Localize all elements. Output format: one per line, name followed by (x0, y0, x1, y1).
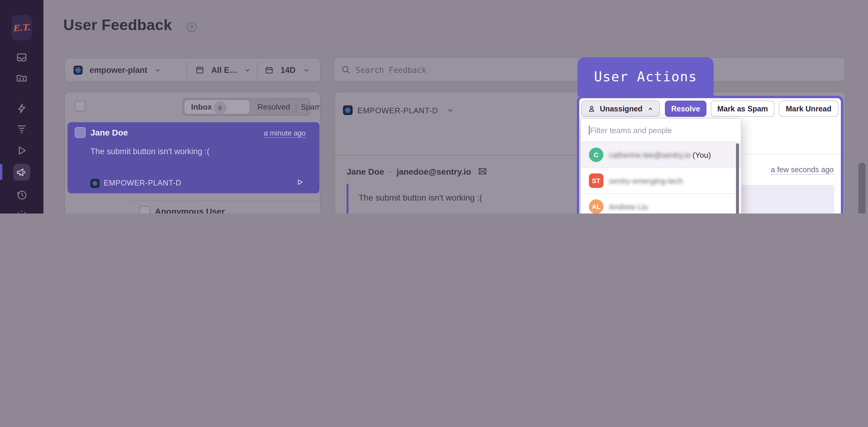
mark-unread-button[interactable]: Mark Unread (779, 101, 838, 117)
react-project-icon (73, 66, 83, 75)
tab-spam[interactable]: Spam (301, 102, 321, 111)
replays-play-icon[interactable] (13, 142, 30, 159)
quickstart-lightning-icon[interactable] (13, 100, 30, 117)
replay-play-icon[interactable] (296, 178, 304, 186)
tab-inbox-label: Inbox (191, 102, 212, 111)
active-nav-indicator (0, 164, 2, 180)
detail-timestamp: a few seconds ago (771, 166, 834, 175)
member-avatar: AL (589, 199, 603, 214)
date-filter-label: 14D (281, 66, 296, 75)
react-project-icon (343, 105, 352, 115)
tab-inbox[interactable]: Inbox 9 (184, 99, 250, 114)
issues-stack-icon[interactable] (13, 49, 30, 66)
search-icon (341, 65, 351, 75)
inbox-count-badge: 9 (213, 101, 227, 114)
tab-resolved[interactable]: Resolved (257, 102, 290, 111)
tour-label: User Actions (578, 57, 714, 96)
feedback-message: The submit button isn't working :( (90, 147, 303, 157)
calendar-icon (265, 66, 274, 75)
tour-label-text: User Actions (594, 69, 697, 84)
react-project-icon (90, 178, 99, 188)
chevron-down-icon (244, 67, 251, 74)
environment-filter-label: All E… (211, 66, 238, 75)
user-actions-popup: Unassigned Resolve Mark as Spam Mark Unr… (577, 96, 843, 214)
environment-icon (195, 66, 204, 75)
assignee-dropdown-button[interactable]: Unassigned (581, 101, 660, 117)
org-logo-text: E.T. (13, 22, 31, 33)
assignee-filter-placeholder: Filter teams and people (590, 126, 672, 135)
text-cursor (589, 126, 590, 135)
resolve-label: Resolve (671, 104, 700, 113)
quote-message: The submit button isn't working :( (359, 193, 482, 202)
mailbox-tabs: Inbox 9 Resolved | Spam (183, 98, 310, 116)
feedback-time: a minute ago (264, 129, 306, 138)
feedback-megaphone-icon[interactable] (13, 164, 30, 181)
select-all-checkbox[interactable] (75, 101, 86, 111)
item-checkbox[interactable] (75, 127, 86, 138)
member-name: catherine.lee@sentry.io (609, 150, 691, 159)
page-scrollbar[interactable] (858, 163, 866, 214)
assignee-filter-input[interactable]: Filter teams and people (581, 119, 741, 142)
org-logo[interactable]: E.T. (11, 15, 32, 40)
reporter-name: Jane Doe (347, 167, 384, 176)
filter-bar: empower-plant All E… 14D (64, 58, 321, 82)
filter-divider (187, 62, 187, 78)
member-option[interactable]: AL Andrew Liu (581, 194, 741, 214)
dropdown-scrollbar[interactable] (736, 143, 739, 214)
traces-funnel-icon[interactable] (13, 121, 30, 137)
assignee-label: Unassigned (600, 104, 643, 113)
person-icon (588, 105, 595, 112)
app-root: E.T. (0, 0, 868, 214)
assignee-dropdown: Filter teams and people C catherine.lee@… (581, 118, 741, 214)
mark-unread-label: Mark Unread (786, 104, 831, 113)
feedback-list-panel: Inbox 9 Resolved | Spam Jane Doe a minut… (64, 92, 321, 214)
feedback-quote-block: The submit button isn't working :( Submi… (347, 184, 576, 214)
environment-filter[interactable]: All E… (195, 64, 251, 75)
reporter-row: Jane Doe · janedoe@sentry.io (347, 167, 487, 176)
search-placeholder: Search Feedback (355, 66, 427, 75)
mark-as-spam-label: Mark as Spam (717, 104, 768, 113)
feedback-item[interactable]: Anonymous User 18 minutes ago The sale p… (132, 201, 321, 214)
member-avatar: C (589, 147, 603, 162)
envelope-icon[interactable] (478, 167, 487, 176)
detail-project-label: EMPOWER-PLANT-D (358, 106, 438, 115)
member-option[interactable]: C catherine.lee@sentry.io (You) (581, 142, 741, 168)
date-filter[interactable]: 14D (265, 64, 310, 75)
projects-code-icon[interactable] (13, 69, 30, 86)
feedback-author: Anonymous User (155, 206, 225, 214)
detail-project-switcher[interactable]: EMPOWER-PLANT-D (343, 105, 454, 115)
team-avatar: ST (589, 173, 603, 188)
project-filter-label: empower-plant (90, 66, 147, 75)
reporter-email: janedoe@sentry.io (396, 167, 471, 176)
reporter-separator: · (389, 167, 392, 176)
filter-divider (257, 62, 257, 78)
project-slug: EMPOWER-PLANT-D (104, 179, 181, 187)
item-checkbox[interactable] (139, 206, 150, 214)
releases-history-icon[interactable] (13, 187, 30, 203)
sidebar: E.T. (0, 0, 43, 214)
page-title: User Feedback (63, 16, 172, 34)
alerts-siren-icon[interactable] (13, 206, 30, 214)
member-option[interactable]: ST sentry-emerging-tech (581, 168, 741, 194)
project-filter[interactable]: empower-plant (73, 64, 161, 75)
feedback-item-selected[interactable]: Jane Doe a minute ago The submit button … (67, 122, 319, 193)
chevron-up-icon (647, 106, 653, 112)
chevron-down-icon (303, 67, 310, 74)
member-name: sentry-emerging-tech (609, 176, 683, 185)
member-name: Andrew Liu (609, 202, 648, 211)
resolve-button[interactable]: Resolve (665, 101, 707, 117)
feedback-author: Jane Doe (90, 128, 128, 137)
chevron-down-icon (154, 67, 161, 74)
chevron-down-icon (447, 107, 454, 114)
page-help-icon[interactable]: ? (187, 22, 196, 32)
tab-divider: | (295, 102, 297, 113)
mark-as-spam-button[interactable]: Mark as Spam (711, 101, 775, 117)
member-you-suffix: (You) (692, 150, 711, 159)
